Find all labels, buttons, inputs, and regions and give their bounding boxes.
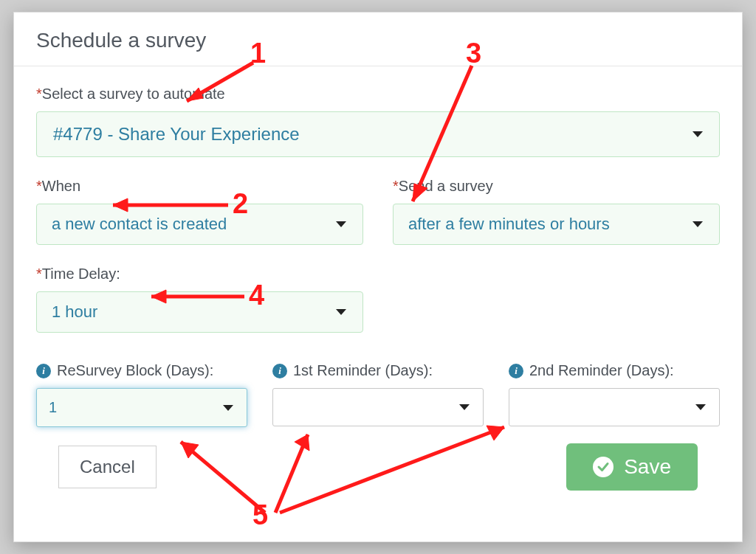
info-icon: i <box>509 364 523 378</box>
label-text: 1st Reminder (Days): <box>293 362 433 379</box>
when-label: *When <box>36 178 363 195</box>
schedule-survey-modal: Schedule a survey *Select a survey to au… <box>13 12 743 542</box>
chevron-down-icon <box>693 221 703 227</box>
required-asterisk: * <box>36 86 42 102</box>
select-survey-value: #4779 - Share Your Experience <box>53 124 300 144</box>
time-delay-label: *Time Delay: <box>36 266 363 283</box>
info-icon: i <box>36 364 51 378</box>
cancel-button[interactable]: Cancel <box>58 446 157 488</box>
chevron-down-icon <box>336 309 346 315</box>
label-text: Send a survey <box>399 178 493 194</box>
required-asterisk: * <box>36 178 42 194</box>
resurvey-dropdown[interactable]: 1 <box>36 388 247 427</box>
annotation-number: 5 <box>252 499 268 531</box>
chevron-down-icon <box>459 404 470 410</box>
modal-body: *Select a survey to automate #4779 - Sha… <box>14 66 742 504</box>
reminder1-label: i 1st Reminder (Days): <box>272 362 484 379</box>
modal-title: Schedule a survey <box>36 29 720 52</box>
modal-header: Schedule a survey <box>14 13 742 66</box>
send-survey-value: after a few minutes or hours <box>408 215 610 233</box>
info-icon: i <box>272 364 287 378</box>
save-button[interactable]: Save <box>566 443 698 491</box>
label-text: Time Delay: <box>42 266 120 282</box>
modal-footer: Cancel Save <box>36 427 720 491</box>
label-text: When <box>42 178 80 194</box>
resurvey-value: 1 <box>49 399 57 415</box>
label-text: ReSurvey Block (Days): <box>57 362 213 379</box>
reminder2-dropdown[interactable] <box>509 388 720 426</box>
chevron-down-icon <box>695 404 706 410</box>
when-dropdown[interactable]: a new contact is created <box>36 204 363 245</box>
resurvey-label: i ReSurvey Block (Days): <box>36 362 247 379</box>
time-delay-value: 1 hour <box>52 302 97 321</box>
required-asterisk: * <box>36 266 42 282</box>
send-survey-label: *Send a survey <box>393 178 720 195</box>
check-circle-icon <box>593 457 614 477</box>
required-asterisk: * <box>393 178 399 194</box>
select-survey-label: *Select a survey to automate <box>36 86 720 103</box>
reminder1-dropdown[interactable] <box>272 388 484 426</box>
select-survey-dropdown[interactable]: #4779 - Share Your Experience <box>36 111 720 157</box>
reminder2-label: i 2nd Reminder (Days): <box>509 362 720 379</box>
label-text: Select a survey to automate <box>42 86 225 102</box>
when-value: a new contact is created <box>52 215 227 233</box>
chevron-down-icon <box>336 221 346 227</box>
label-text: 2nd Reminder (Days): <box>529 362 674 379</box>
chevron-down-icon <box>693 131 703 137</box>
time-delay-dropdown[interactable]: 1 hour <box>36 291 363 333</box>
chevron-down-icon <box>223 405 233 411</box>
save-label: Save <box>624 455 671 479</box>
send-survey-dropdown[interactable]: after a few minutes or hours <box>393 204 720 245</box>
